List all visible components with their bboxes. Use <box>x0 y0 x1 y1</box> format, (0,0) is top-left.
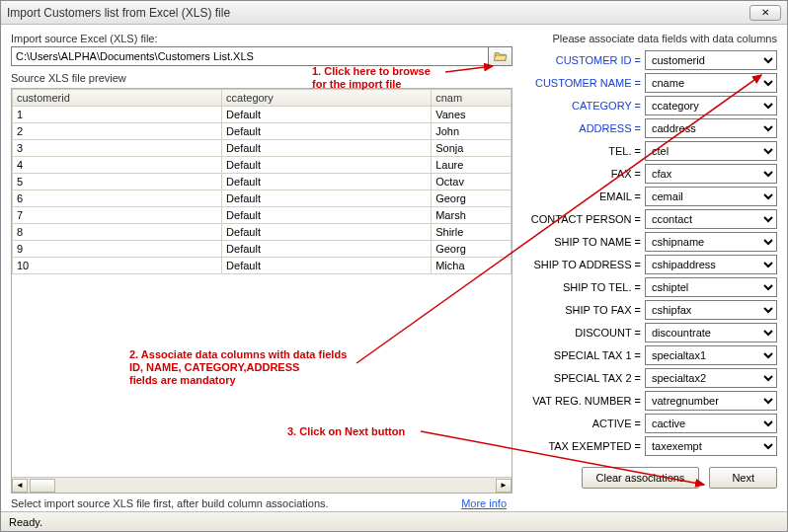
table-cell: 10 <box>13 258 222 274</box>
table-row[interactable]: 2DefaultJohn <box>13 123 512 140</box>
field-map-row: SHIP TO FAX =cshipfax <box>518 300 777 320</box>
table-cell: Default <box>222 207 432 224</box>
table-cell: Default <box>222 241 432 258</box>
table-row[interactable]: 7DefaultMarsh <box>13 207 512 224</box>
table-cell: 9 <box>13 241 222 258</box>
horizontal-scrollbar[interactable]: ◄ ► <box>12 477 512 493</box>
table-row[interactable]: 1DefaultVanes <box>13 107 512 123</box>
import-dialog: Import Customers list from Excel (XLS) f… <box>0 0 788 532</box>
column-header[interactable]: cnam <box>432 90 512 107</box>
table-cell: John <box>432 123 512 140</box>
field-label: ADDRESS = <box>518 122 645 134</box>
close-button[interactable]: ✕ <box>749 5 781 21</box>
status-text: Ready. <box>9 516 42 528</box>
field-column-select[interactable]: cname <box>645 73 777 93</box>
field-column-select[interactable]: ccontact <box>645 209 777 229</box>
table-row[interactable]: 9DefaultGeorg <box>13 241 512 258</box>
field-label: TAX EXEMPTED = <box>518 440 645 452</box>
content-area: Import source Excel (XLS) file: Source X… <box>1 25 787 511</box>
table-cell: Default <box>222 157 432 174</box>
table-cell: 5 <box>13 174 222 190</box>
field-map-row: ADDRESS =caddress <box>518 118 777 138</box>
field-map-row: SPECIAL TAX 2 =specialtax2 <box>518 368 777 388</box>
field-map-row: SHIP TO TEL. =cshiptel <box>518 277 777 297</box>
field-map-row: CUSTOMER NAME =cname <box>518 73 777 93</box>
field-map-row: FAX =cfax <box>518 164 777 184</box>
field-map-row: TEL. =ctel <box>518 141 777 161</box>
field-column-select[interactable]: cemail <box>645 187 777 206</box>
field-map-list: CUSTOMER ID =customeridCUSTOMER NAME =cn… <box>518 50 777 459</box>
field-label: ACTIVE = <box>518 418 645 429</box>
field-map-row: CONTACT PERSON =ccontact <box>518 209 777 229</box>
field-map-row: SHIP TO NAME =cshipname <box>518 232 777 252</box>
table-row[interactable]: 4DefaultLaure <box>13 157 512 174</box>
table-cell: Micha <box>432 258 512 274</box>
browse-button[interactable] <box>489 46 512 66</box>
field-column-select[interactable]: cshipaddress <box>645 255 777 274</box>
table-cell: Shirle <box>432 224 512 241</box>
clear-associations-button[interactable]: Clear associations <box>582 467 700 489</box>
table-cell: Default <box>222 190 432 207</box>
table-cell: Default <box>222 140 432 157</box>
field-map-row: TAX EXEMPTED =taxexempt <box>518 436 777 456</box>
field-label: FAX = <box>518 168 645 180</box>
field-column-select[interactable]: cfax <box>645 164 777 184</box>
table-row[interactable]: 8DefaultShirle <box>13 224 512 241</box>
field-label: CATEGORY = <box>518 100 645 112</box>
scroll-left-arrow[interactable]: ◄ <box>12 479 28 493</box>
table-cell: 1 <box>13 107 222 123</box>
scroll-thumb[interactable] <box>30 479 55 493</box>
right-pane: Please associate data fields with data c… <box>518 33 777 509</box>
field-column-select[interactable]: ctel <box>645 141 777 161</box>
column-header[interactable]: customerid <box>13 90 222 107</box>
field-map-row: CATEGORY =ccategory <box>518 96 777 115</box>
table-cell: Default <box>222 107 432 123</box>
table-cell: Laure <box>432 157 512 174</box>
field-column-select[interactable]: cshipname <box>645 232 777 252</box>
field-label: SPECIAL TAX 2 = <box>518 372 645 384</box>
table-cell: Georg <box>432 241 512 258</box>
field-column-select[interactable]: ccategory <box>645 96 777 115</box>
field-column-select[interactable]: cshiptel <box>645 277 777 297</box>
status-bar: Ready. <box>1 511 787 531</box>
table-cell: Octav <box>432 174 512 190</box>
field-column-select[interactable]: taxexempt <box>645 436 777 456</box>
table-row[interactable]: 5DefaultOctav <box>13 174 512 190</box>
table-cell: 2 <box>13 123 222 140</box>
associate-title: Please associate data fields with data c… <box>518 33 777 44</box>
field-label: CONTACT PERSON = <box>518 213 645 225</box>
preview-grid: customeridccategorycnam 1DefaultVanes2De… <box>11 88 512 494</box>
source-file-input[interactable] <box>11 46 489 66</box>
table-cell: 8 <box>13 224 222 241</box>
field-column-select[interactable]: cactive <box>645 414 777 433</box>
table-cell: Marsh <box>432 207 512 224</box>
field-label: EMAIL = <box>518 190 645 202</box>
more-info-link[interactable]: More info <box>461 497 512 509</box>
field-column-select[interactable]: vatregnumber <box>645 391 777 411</box>
field-column-select[interactable]: caddress <box>645 118 777 138</box>
titlebar: Import Customers list from Excel (XLS) f… <box>1 1 787 25</box>
field-label: CUSTOMER NAME = <box>518 77 645 89</box>
field-column-select[interactable]: specialtax2 <box>645 368 777 388</box>
field-map-row: SPECIAL TAX 1 =specialtax1 <box>518 345 777 365</box>
window-title: Import Customers list from Excel (XLS) f… <box>7 6 749 20</box>
field-label: SHIP TO TEL. = <box>518 281 645 293</box>
field-label: VAT REG. NUMBER = <box>518 395 645 407</box>
table-cell: Default <box>222 174 432 190</box>
table-cell: Georg <box>432 190 512 207</box>
column-header[interactable]: ccategory <box>222 90 432 107</box>
table-cell: 4 <box>13 157 222 174</box>
field-map-row: DISCOUNT =discountrate <box>518 323 777 342</box>
field-column-select[interactable]: specialtax1 <box>645 345 777 365</box>
scroll-right-arrow[interactable]: ► <box>496 479 512 493</box>
field-label: SPECIAL TAX 1 = <box>518 349 645 361</box>
table-row[interactable]: 3DefaultSonja <box>13 140 512 157</box>
field-column-select[interactable]: cshipfax <box>645 300 777 320</box>
field-column-select[interactable]: customerid <box>645 50 777 70</box>
field-column-select[interactable]: discountrate <box>645 323 777 342</box>
table-row[interactable]: 10DefaultMicha <box>13 258 512 274</box>
next-button[interactable]: Next <box>709 467 777 489</box>
field-label: CUSTOMER ID = <box>518 54 645 66</box>
table-row[interactable]: 6DefaultGeorg <box>13 190 512 207</box>
table-cell: Sonja <box>432 140 512 157</box>
